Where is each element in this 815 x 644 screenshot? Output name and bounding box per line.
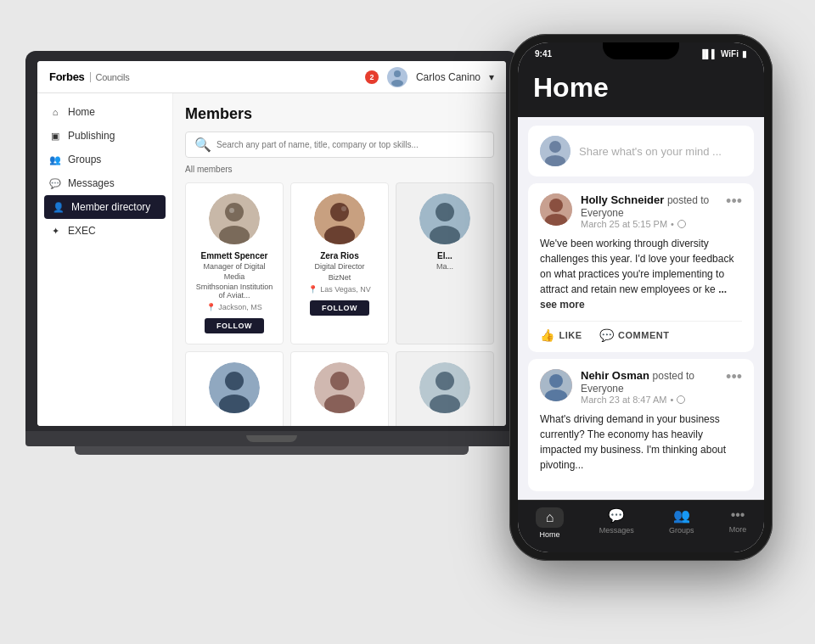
post-avatar-0: [540, 193, 572, 226]
globe-icon-1: [677, 395, 685, 404]
sidebar-item-home[interactable]: ⌂ Home: [37, 100, 172, 124]
main-content: Members 🔍 All members: [173, 93, 506, 426]
svg-point-0: [394, 70, 401, 77]
globe-icon-0: [677, 220, 686, 228]
laptop-display: Forbes Councils 2 Carlos Canino ▾ ⌂: [37, 61, 506, 426]
sidebar-item-label-home: Home: [68, 106, 95, 118]
post-header-0: Holly Schneider posted to Everyone March…: [540, 193, 742, 229]
like-label-0: LIKE: [559, 330, 582, 340]
nav-item-groups[interactable]: 👥 Groups: [669, 507, 694, 539]
member-avatar-0: [209, 193, 260, 244]
member-card-2: El... Ma...: [396, 182, 494, 344]
svg-point-14: [225, 372, 244, 390]
groups-icon: 👥: [49, 154, 61, 165]
user-avatar: [387, 67, 408, 87]
exec-icon: ✦: [49, 225, 61, 237]
post-avatar-1: [540, 369, 572, 401]
post-body-1: What's driving demand in your business c…: [540, 412, 742, 473]
member-card-4: [290, 351, 389, 426]
members-title: Members: [185, 105, 494, 123]
forbes-logo: Forbes Councils: [49, 70, 129, 83]
member-avatar-5: [419, 362, 470, 413]
member-avatar-2: [419, 193, 470, 244]
nav-more-icon: •••: [731, 507, 745, 523]
post-date-0: March 25 at 5:15 PM •: [581, 219, 717, 229]
like-button-0[interactable]: 👍 LIKE: [540, 328, 582, 342]
svg-point-5: [229, 208, 234, 213]
sidebar-item-label-member-directory: Member directory: [71, 201, 150, 213]
like-icon-0: 👍: [540, 328, 555, 342]
member-location-0: 📍 Jackson, MS: [206, 303, 262, 311]
svg-point-7: [330, 203, 349, 221]
search-icon: 🔍: [194, 137, 211, 153]
post-header-1: Nehir Osman posted to Everyone March 23 …: [540, 369, 742, 405]
member-title-1: Digital Director: [314, 262, 364, 272]
sidebar-item-label-groups: Groups: [68, 154, 101, 165]
phone-home-title: Home: [533, 72, 749, 104]
notification-badge[interactable]: 2: [365, 70, 379, 84]
home-icon: ⌂: [49, 106, 61, 118]
laptop-stand: [75, 446, 469, 455]
comment-button-0[interactable]: 💬 COMMENT: [599, 328, 670, 342]
nav-more-label: More: [729, 525, 747, 534]
phone-home-header: Home: [518, 62, 764, 117]
nav-item-messages[interactable]: 💬 Messages: [599, 507, 634, 539]
nav-item-home[interactable]: ⌂ Home: [536, 507, 565, 539]
sidebar-item-messages[interactable]: 💬 Messages: [37, 171, 172, 195]
phone-outer: 9:41 ▐▌▌ WiFi ▮ Home Share what's on yo: [509, 34, 773, 561]
nav-item-more[interactable]: ••• More: [729, 507, 747, 539]
share-box[interactable]: Share what's on your mind ...: [528, 126, 754, 176]
user-chevron[interactable]: ▾: [489, 71, 494, 83]
messages-icon: 💬: [49, 177, 61, 189]
post-card-1: Nehir Osman posted to Everyone March 23 …: [528, 359, 754, 491]
member-title-0: Manager of Digital Media: [193, 262, 276, 282]
councils-label: Councils: [90, 72, 130, 82]
post-date-1: March 23 at 8:47 AM •: [581, 395, 717, 405]
sidebar-item-member-directory[interactable]: 👤 Member directory: [44, 195, 166, 219]
search-bar[interactable]: 🔍: [185, 132, 494, 158]
sidebar-item-publishing[interactable]: ▣ Publishing: [37, 124, 172, 148]
user-name: Carlos Canino: [416, 71, 481, 83]
member-directory-icon: 👤: [53, 201, 65, 213]
nav-home-icon: ⌂: [536, 507, 565, 528]
member-card-3: [185, 351, 284, 426]
svg-point-20: [436, 372, 454, 390]
sidebar: ⌂ Home ▣ Publishing 👥 Groups 💬 Messages: [37, 93, 173, 426]
member-avatar-1: [314, 193, 365, 244]
member-card-0: Emmett Spencer Manager of Digital Media …: [185, 182, 284, 344]
signal-icon: ▐▌▌: [700, 49, 717, 59]
post-more-button-1[interactable]: •••: [726, 369, 742, 384]
follow-button-1[interactable]: FOLLOW: [310, 300, 369, 316]
member-card-5: [396, 351, 494, 426]
member-avatar-3: [209, 362, 260, 413]
post-more-button-0[interactable]: •••: [726, 193, 742, 209]
dot-separator-1: •: [671, 395, 674, 405]
post-author-0: Holly Schneider posted to Everyone: [581, 193, 717, 219]
sidebar-item-groups[interactable]: 👥 Groups: [37, 148, 172, 171]
follow-button-0[interactable]: FOLLOW: [205, 318, 264, 333]
publishing-icon: ▣: [49, 130, 61, 142]
battery-icon: ▮: [742, 49, 747, 59]
svg-point-1: [391, 80, 403, 87]
svg-point-9: [341, 206, 346, 211]
laptop-notch: [246, 435, 297, 442]
sidebar-item-exec[interactable]: ✦ EXEC: [37, 219, 172, 243]
svg-point-3: [225, 203, 244, 221]
member-name-2: El...: [437, 251, 452, 260]
share-placeholder-text: Share what's on your mind ...: [579, 145, 722, 158]
nav-messages-label: Messages: [599, 526, 634, 535]
post-body-0: We've been working through diversity cha…: [540, 236, 742, 312]
sidebar-item-label-publishing: Publishing: [68, 130, 115, 142]
search-input[interactable]: [216, 140, 485, 149]
member-company-1: BizNet: [329, 273, 351, 282]
sidebar-item-label-exec: EXEC: [68, 225, 96, 237]
member-card-1: Zera Rios Digital Director BizNet 📍 Las …: [290, 182, 389, 344]
nav-groups-label: Groups: [669, 526, 694, 535]
member-avatar-4: [314, 362, 365, 413]
laptop: Forbes Councils 2 Carlos Canino ▾ ⌂: [25, 51, 518, 455]
location-icon-1: 📍: [308, 285, 318, 294]
member-location-1: 📍 Las Vegas, NV: [308, 285, 371, 294]
phone-bottom-nav: ⌂ Home 💬 Messages 👥 Groups ••• More: [518, 500, 764, 552]
svg-point-29: [549, 374, 563, 388]
comment-label-0: COMMENT: [618, 330, 669, 340]
